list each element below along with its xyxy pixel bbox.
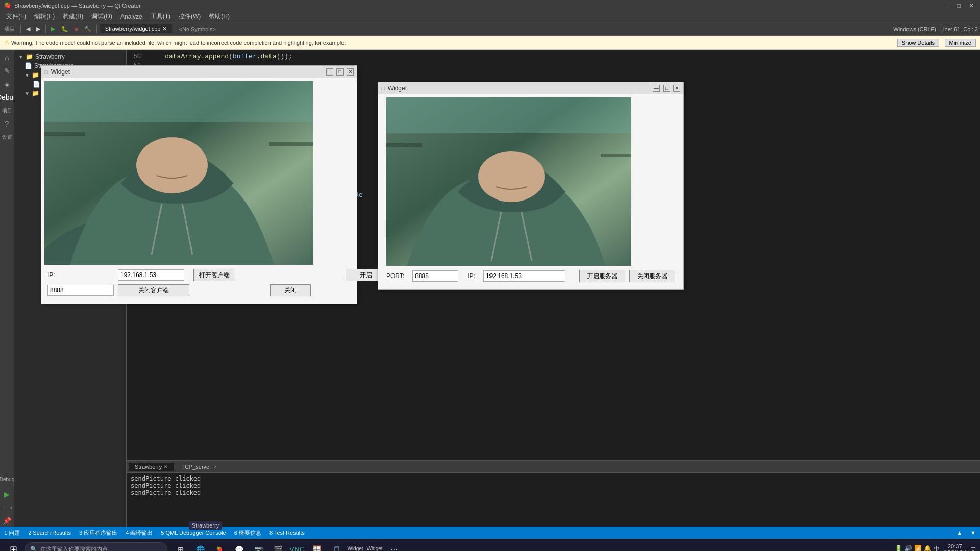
taskbar-windows-btn[interactable]: 🪟	[307, 540, 326, 552]
port-input-server[interactable]	[412, 270, 458, 282]
warning-bar: ⚠ Warning: The code model could not pars…	[0, 36, 980, 50]
taskbar-search[interactable]: 🔍 在这里输入你要搜索的内容	[24, 542, 167, 552]
status-item-1[interactable]: 1 问题	[4, 529, 20, 537]
taskbar-wechat-btn[interactable]: 💬	[230, 540, 248, 552]
sidebar-icon-pin[interactable]: 📌	[2, 515, 13, 527]
taskbar-notification-btn[interactable]: 🗨	[970, 546, 976, 552]
status-arrow-up[interactable]: ▲	[957, 530, 962, 536]
warning-icon: ⚠	[4, 39, 9, 46]
taskbar-widget1-btn[interactable]: Widget	[346, 540, 364, 552]
open-client-btn[interactable]: 打开客户端	[193, 269, 235, 281]
file-icon: 📄	[24, 62, 32, 69]
widget-server-body: PORT: IP: 开启服务器 关闭服务器	[378, 94, 683, 289]
menu-build[interactable]: 构建(B)	[59, 11, 87, 22]
widget-server-maximize-btn[interactable]: □	[663, 85, 670, 92]
stop-btn-client[interactable]: 关闭	[270, 284, 311, 296]
tab-widget-cpp[interactable]: Strawberry/widget.cpp ✕	[100, 24, 172, 33]
taskbar-more-btn[interactable]: ⋯	[385, 540, 403, 552]
status-item-4[interactable]: 4 编译输出	[126, 529, 153, 537]
minimize-btn[interactable]: —	[941, 2, 951, 9]
line-ending-label: Windows (CRLF)	[893, 26, 936, 32]
sidebar-icon-debug[interactable]: Debug	[2, 92, 13, 103]
bottom-tab-close-strawberry[interactable]: ✕	[164, 464, 168, 469]
taskbar-grid-btn[interactable]: ⊞	[172, 540, 190, 552]
bottom-panel: Strawberry ✕ TCP_server ✕ sendPicture cl…	[127, 460, 980, 527]
bottom-tab-close-tcpserver[interactable]: ✕	[213, 464, 217, 469]
ip-input-client[interactable]	[118, 269, 184, 281]
taskbar-clock[interactable]: 20:37 2021/1/17	[944, 543, 967, 551]
bottom-tab-tcpserver[interactable]: TCP_server ✕	[175, 463, 224, 471]
sidebar-icon-edit[interactable]: ✎	[2, 65, 13, 77]
bottom-content[interactable]: sendPicture clicked sendPicture clicked …	[127, 473, 980, 527]
sidebar-icon-debug2[interactable]: Debug	[2, 473, 13, 485]
sidebar-icon-projects[interactable]: 项目	[2, 105, 13, 116]
tree-label-strawberry: Strawberry	[35, 53, 65, 60]
taskbar-browser-btn[interactable]: 🌐	[191, 540, 209, 552]
toolbar-back-btn[interactable]: ◀	[24, 24, 32, 33]
status-bar: 1 问题 2 Search Results 3 应用程序输出 4 编译输出 5 …	[0, 527, 980, 539]
widget-client-body: IP: 打开客户端 开启 PORT: 关闭客户端 关闭	[41, 78, 357, 304]
start-server-btn[interactable]: 开启服务器	[579, 270, 625, 282]
port-input-client[interactable]	[47, 285, 114, 296]
widget-server-close-btn[interactable]: ✕	[673, 85, 680, 92]
sidebar-icon-play[interactable]: ▶	[2, 489, 13, 500]
widget-close-btn[interactable]: ✕	[347, 68, 354, 76]
status-item-3[interactable]: 3 应用程序输出	[79, 529, 117, 537]
start-button[interactable]: ⊞	[4, 540, 22, 552]
port-label-server: PORT:	[386, 272, 408, 280]
server-camera-silhouette	[386, 97, 631, 266]
sidebar-icon-design[interactable]: ◈	[2, 79, 13, 90]
taskbar-video-btn[interactable]: 🎬	[268, 540, 287, 552]
folder-icon: 📁	[26, 53, 33, 60]
menu-widgets[interactable]: 控件(W)	[175, 11, 205, 22]
widget-maximize-btn[interactable]: □	[336, 68, 344, 76]
status-item-2[interactable]: 2 Search Results	[28, 530, 71, 536]
menu-file[interactable]: 文件(F)	[2, 11, 30, 22]
bottom-tabs: Strawberry ✕ TCP_server ✕	[127, 461, 980, 473]
tab-no-symbols[interactable]: <No Symbols>	[174, 25, 221, 33]
toolbar-debug-btn[interactable]: 🐛	[59, 24, 70, 33]
server-camera-view	[386, 97, 631, 266]
widget-server-titlebar: □ Widget — □ ✕	[378, 82, 683, 94]
sidebar-icon-welcome[interactable]: ⌂	[2, 52, 13, 63]
toolbar-build-btn[interactable]: 🔨	[82, 24, 93, 33]
sidebar-icon-step[interactable]: ⟶	[2, 502, 13, 513]
menu-edit[interactable]: 编辑(E)	[30, 11, 59, 22]
menu-analyze[interactable]: Analyze	[116, 11, 146, 22]
taskbar-netease-btn[interactable]: 🎵	[327, 540, 345, 552]
status-item-7[interactable]: 8 Test Results	[270, 530, 305, 536]
status-item-6[interactable]: 6 概要信息	[234, 529, 261, 537]
close-client-btn[interactable]: 关闭客户端	[118, 284, 189, 296]
menu-help[interactable]: 帮助(H)	[205, 11, 234, 22]
ip-input-server[interactable]	[483, 270, 565, 282]
svg-rect-6	[269, 142, 313, 146]
taskbar-camera-btn[interactable]: 📷	[249, 540, 267, 552]
stop-server-btn[interactable]: 关闭服务器	[629, 270, 675, 282]
tree-arrow: ▼	[18, 54, 23, 60]
status-item-5[interactable]: 5 QML Debugger Console	[161, 530, 226, 536]
minimize-warning-button[interactable]: Minimize	[945, 39, 976, 47]
close-btn[interactable]: ✕	[967, 2, 976, 9]
tree-item-strawberry[interactable]: ▼ 📁 Strawberry	[14, 52, 126, 61]
status-arrow-down[interactable]: ▼	[970, 530, 976, 536]
sidebar-icons: ⌂ ✎ ◈ Debug 项目 ? 设置 Debug ▶ ⟶ 📌	[0, 50, 14, 527]
bottom-tab-strawberry[interactable]: Strawberry ✕	[129, 463, 174, 471]
menu-tools[interactable]: 工具(T)	[146, 11, 175, 22]
taskbar-widget2-btn[interactable]: Widget	[365, 540, 384, 552]
widget-minimize-btn[interactable]: —	[326, 68, 333, 76]
folder-icon-headers: 📁	[32, 71, 39, 79]
widget-server-minimize-btn[interactable]: —	[653, 85, 660, 92]
toolbar-stop-btn[interactable]: ■	[72, 25, 80, 33]
show-details-button[interactable]: Show Details	[897, 39, 939, 47]
sidebar-icon-settings[interactable]: 设置	[2, 132, 13, 143]
taskbar-strawberry-btn[interactable]: 🍓	[210, 540, 229, 552]
file-icon-widget-h: 📄	[33, 81, 40, 88]
toolbar-sep-3	[96, 25, 97, 33]
menu-debug[interactable]: 调试(D)	[87, 11, 116, 22]
sidebar-icon-help[interactable]: ?	[2, 118, 13, 130]
maximize-btn[interactable]: □	[955, 2, 963, 9]
strawberry-taskbar-label: Strawberry	[189, 521, 222, 530]
toolbar-forward-btn[interactable]: ▶	[34, 24, 42, 33]
taskbar-vnc-btn[interactable]: VNC	[288, 540, 306, 552]
toolbar-run-btn[interactable]: ▶	[49, 24, 57, 33]
